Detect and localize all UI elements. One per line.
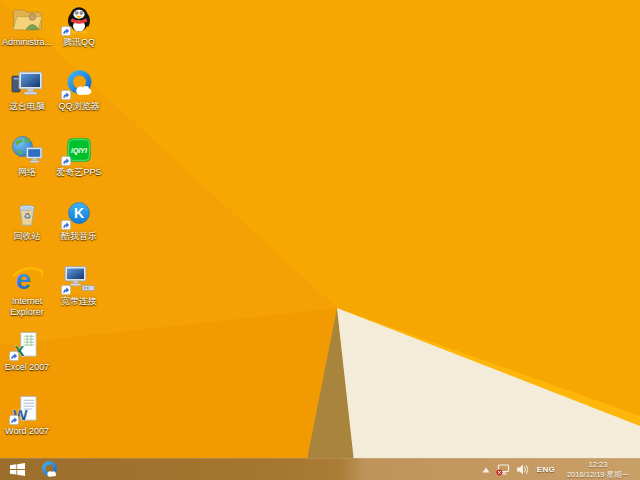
clock-date: 2016/12/19 星期一: [563, 470, 633, 479]
icon-label: Word 2007: [2, 426, 52, 437]
clock-time: 12:23: [563, 460, 633, 469]
shortcut-arrow-icon: [61, 26, 71, 36]
start-button[interactable]: [0, 459, 34, 480]
icon-label: 这台电脑: [2, 101, 52, 112]
svg-text:K: K: [74, 205, 85, 221]
desktop-icon-network[interactable]: 网络: [2, 133, 52, 178]
icon-label: 宽带连接: [54, 296, 104, 307]
icon-label: Excel 2007: [2, 362, 52, 373]
icon-label: 腾讯QQ: [54, 37, 104, 48]
desktop-icon-administrator[interactable]: Administra...: [2, 3, 52, 48]
desktop-icon-broadband-connection[interactable]: 宽带连接: [54, 262, 104, 307]
icon-label: 网络: [2, 167, 52, 178]
desktop-icon-internet-explorer[interactable]: e Internet Explorer: [2, 262, 52, 318]
recycle-bin-icon: ♻: [12, 198, 42, 229]
taskbar-clock[interactable]: 12:23 2016/12/19 星期一: [560, 460, 636, 479]
icon-label: Internet Explorer: [2, 296, 52, 318]
network-status-icon[interactable]: [493, 459, 513, 480]
shortcut-arrow-icon: [61, 285, 71, 295]
desktop-icon-tencent-qq[interactable]: 腾讯QQ: [54, 3, 104, 48]
shortcut-arrow-icon: [61, 220, 71, 230]
network-icon: [496, 464, 510, 476]
shortcut-arrow-icon: [9, 415, 19, 425]
windows-logo-icon: [10, 463, 25, 476]
desktop-icon-recycle-bin[interactable]: ♻ 回收站: [2, 197, 52, 242]
show-hidden-icons-button[interactable]: [479, 459, 493, 480]
user-folder-icon: [11, 5, 44, 35]
desktop-icon-excel-2007[interactable]: X Excel 2007: [2, 328, 52, 373]
desktop-icon-iqiyi-pps[interactable]: iQIYI 爱奇艺PPS: [54, 133, 104, 178]
desktop-icon-word-2007[interactable]: W Word 2007: [2, 392, 52, 437]
desktop: Administra...: [0, 0, 640, 480]
icon-label: 酷我音乐: [54, 231, 104, 242]
icon-label: 爱奇艺PPS: [54, 167, 104, 178]
icon-label: 回收站: [2, 231, 52, 242]
icon-label: Administra...: [2, 37, 52, 48]
volume-button[interactable]: [513, 459, 532, 480]
language-indicator[interactable]: ENG: [532, 459, 560, 480]
desktop-icon-this-pc[interactable]: 这台电脑: [2, 67, 52, 112]
shortcut-arrow-icon: [9, 351, 19, 361]
internet-explorer-icon: e: [11, 263, 44, 294]
chevron-up-icon: [482, 467, 490, 473]
network-globe-icon: [10, 135, 44, 165]
taskbar: ENG 12:23 2016/12/19 星期一: [0, 458, 640, 480]
system-tray: ENG 12:23 2016/12/19 星期一: [479, 459, 640, 480]
shortcut-arrow-icon: [61, 156, 71, 166]
desktop-icon-kuwo-music[interactable]: K 酷我音乐: [54, 197, 104, 242]
speaker-icon: [516, 464, 529, 475]
svg-text:iQIYI: iQIYI: [71, 147, 88, 155]
desktop-icon-qq-browser[interactable]: QQ浏览器: [54, 67, 104, 112]
qq-browser-icon: [40, 460, 59, 479]
svg-text:♻: ♻: [23, 211, 31, 221]
icon-label: QQ浏览器: [54, 101, 104, 112]
shortcut-arrow-icon: [61, 90, 71, 100]
computer-icon: [10, 69, 44, 99]
taskbar-qq-browser-button[interactable]: [34, 459, 64, 480]
